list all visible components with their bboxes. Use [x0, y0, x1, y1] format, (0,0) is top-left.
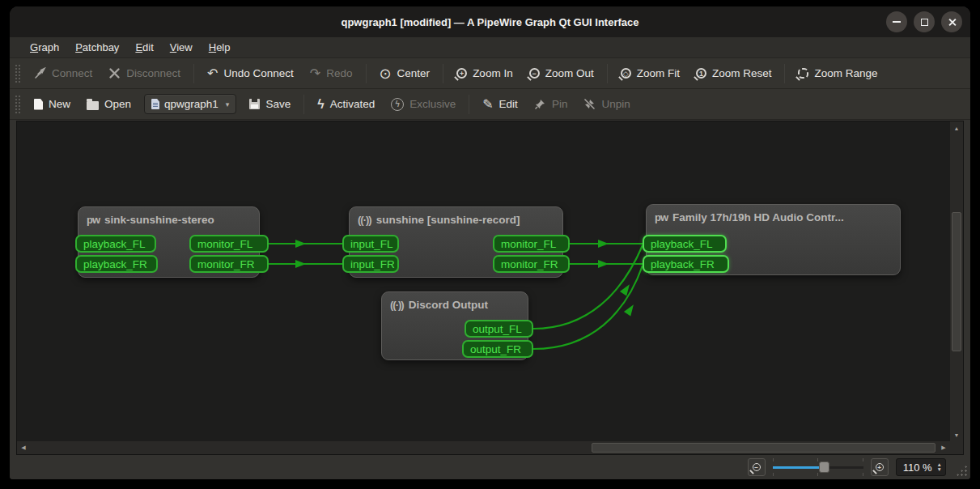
- redo-label: Redo: [326, 67, 352, 79]
- zoom-reset-label: Zoom Reset: [712, 67, 772, 79]
- statusbar-zoom-out-button[interactable]: −: [748, 458, 766, 476]
- zoom-in-button[interactable]: + Zoom In: [448, 62, 521, 84]
- app-window: qpwgraph1 [modified] — A PipeWire Graph …: [10, 6, 970, 479]
- exclusive-label: Exclusive: [409, 98, 456, 110]
- close-button[interactable]: [941, 11, 962, 32]
- exclusive-toggle[interactable]: ϟ Exclusive: [383, 93, 464, 116]
- horizontal-scrollbar[interactable]: ◀ ▶: [17, 441, 950, 454]
- cable-arrow: [598, 240, 609, 248]
- zoom-fit-button[interactable]: ◇ Zoom Fit: [613, 62, 688, 84]
- port-output_FL[interactable]: output_FL: [465, 320, 533, 338]
- graph-toolbar: Connect Disconnect ↶ Undo Connect ↷ Redo…: [10, 58, 970, 89]
- node-title: Discord Output: [409, 299, 488, 311]
- scroll-down-arrow[interactable]: ▼: [950, 428, 963, 441]
- port-playback_FR[interactable]: playback_FR: [643, 255, 729, 273]
- port-monitor_FR[interactable]: monitor_FR: [189, 255, 269, 273]
- titlebar[interactable]: qpwgraph1 [modified] — A PipeWire Graph …: [10, 6, 970, 37]
- open-button[interactable]: Open: [78, 93, 139, 115]
- zoom-range-label: Zoom Range: [814, 67, 877, 79]
- disconnect-icon: [108, 67, 121, 79]
- node-title: sink-sunshine-stereo: [104, 214, 214, 226]
- zoom-in-icon: +: [876, 463, 884, 471]
- edit-toggle[interactable]: ✎ Edit: [474, 93, 526, 116]
- zoom-fit-label: Zoom Fit: [637, 67, 680, 79]
- toolbar-drag-handle[interactable]: [15, 95, 21, 114]
- pipewire-icon: pw: [655, 211, 668, 223]
- cable-outputFR-playbackFR: [533, 266, 643, 349]
- vertical-scrollbar[interactable]: ▲ ▼: [950, 121, 963, 441]
- window-resize-grip[interactable]: [956, 465, 967, 476]
- new-file-icon: [34, 99, 43, 110]
- scroll-right-arrow[interactable]: ▶: [937, 441, 950, 454]
- undo-connect-button[interactable]: ↶ Undo Connect: [199, 62, 302, 85]
- menu-edit[interactable]: Edit: [128, 39, 160, 56]
- port-input_FL[interactable]: input_FL: [342, 235, 399, 253]
- chevron-down-icon: ▾: [226, 100, 230, 108]
- zoom-slider[interactable]: [773, 458, 863, 476]
- port-monitor_FL[interactable]: monitor_FL: [189, 235, 269, 253]
- port-monitor_FR[interactable]: monitor_FR: [493, 255, 570, 273]
- toolbar-separator: [193, 64, 194, 83]
- audio-stream-icon: ((·)): [358, 214, 371, 226]
- activated-toggle[interactable]: ϟ Activated: [309, 93, 383, 116]
- pin-label: Pin: [552, 98, 568, 110]
- graph-canvas[interactable]: pw sink-sunshine-stereo ((·)) sunshine […: [16, 121, 964, 455]
- zoom-slider-handle[interactable]: [819, 461, 829, 473]
- disconnect-label: Disconnect: [126, 67, 180, 79]
- open-label: Open: [104, 98, 131, 110]
- zoom-out-icon: −: [529, 68, 540, 79]
- audio-stream-icon: ((·)): [390, 299, 404, 311]
- new-label: New: [49, 98, 70, 110]
- port-playback_FR[interactable]: playback_FR: [75, 255, 158, 273]
- toolbar-separator: [607, 64, 608, 83]
- maximize-button[interactable]: [914, 11, 935, 32]
- port-output_FR[interactable]: output_FR: [462, 340, 533, 358]
- spin-down-arrow[interactable]: ▼: [937, 467, 942, 472]
- new-button[interactable]: New: [26, 93, 78, 115]
- vertical-scrollbar-thumb[interactable]: [952, 212, 961, 351]
- toolbar-drag-handle[interactable]: [15, 64, 21, 83]
- zoom-out-button[interactable]: − Zoom Out: [521, 62, 602, 84]
- port-input_FR[interactable]: input_FR: [342, 255, 399, 273]
- connect-button[interactable]: Connect: [26, 62, 100, 84]
- menubar: Graph Patchbay Edit View Help: [10, 37, 970, 58]
- undo-icon: ↶: [207, 67, 218, 80]
- horizontal-scrollbar-thumb[interactable]: [592, 443, 935, 453]
- center-label: Center: [397, 67, 431, 79]
- unpin-label: Unpin: [601, 98, 630, 110]
- port-playback_FL[interactable]: playback_FL: [75, 235, 156, 253]
- menu-patchbay[interactable]: Patchbay: [68, 39, 126, 56]
- disconnect-button[interactable]: Disconnect: [100, 62, 189, 84]
- activated-label: Activated: [330, 98, 375, 110]
- pin-button[interactable]: Pin: [526, 93, 576, 115]
- center-button[interactable]: ⊙ Center: [371, 62, 439, 86]
- exclusive-bolt-icon: ϟ: [391, 98, 404, 111]
- minimize-button[interactable]: [886, 11, 907, 32]
- patchbay-file-icon: [151, 99, 159, 109]
- save-button[interactable]: Save: [241, 93, 299, 115]
- menu-view[interactable]: View: [163, 39, 200, 56]
- cable-arrow: [620, 282, 633, 296]
- patchbay-select[interactable]: qpwgraph1 ▾: [144, 94, 236, 114]
- scroll-left-arrow[interactable]: ◀: [17, 441, 30, 454]
- redo-button[interactable]: ↷ Redo: [302, 62, 361, 85]
- scroll-up-arrow[interactable]: ▲: [950, 121, 963, 134]
- unpin-button[interactable]: Unpin: [575, 93, 638, 115]
- patchbay-select-value: qpwgraph1: [164, 98, 218, 110]
- statusbar-zoom-in-button[interactable]: +: [871, 458, 889, 476]
- save-label: Save: [265, 98, 291, 110]
- redo-icon: ↷: [310, 67, 320, 80]
- port-playback_FL[interactable]: playback_FL: [643, 235, 727, 253]
- port-monitor_FL[interactable]: monitor_FL: [493, 235, 570, 253]
- zoom-reset-button[interactable]: 1 Zoom Reset: [688, 62, 780, 84]
- cable-arrow: [598, 260, 609, 268]
- zoom-range-button[interactable]: Zoom Range: [790, 62, 885, 84]
- zoom-reset-icon: 1: [696, 68, 706, 79]
- zoom-slider-fill: [773, 466, 819, 469]
- zoom-in-label: Zoom In: [473, 67, 513, 79]
- menu-graph[interactable]: Graph: [23, 39, 66, 56]
- cable-arrow: [295, 240, 306, 248]
- pencil-icon: ✎: [482, 98, 493, 111]
- zoom-level-spinbox[interactable]: 110 % ▲ ▼: [896, 458, 946, 476]
- menu-help[interactable]: Help: [202, 39, 238, 56]
